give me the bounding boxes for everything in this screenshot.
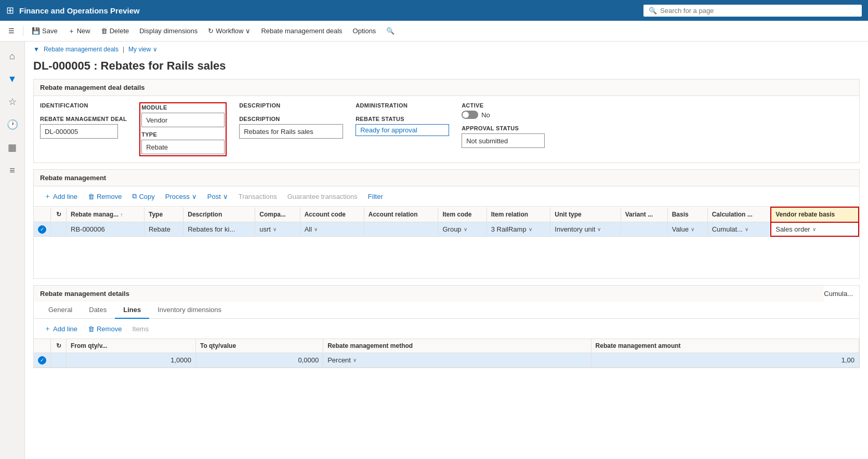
copy-icon: ⧉ xyxy=(132,192,137,200)
col-account-code-header: Account code xyxy=(300,207,364,222)
breadcrumb-link[interactable]: Rebate management deals xyxy=(44,46,119,53)
unit-type-dropdown-icon[interactable]: ∨ xyxy=(597,226,601,232)
new-button[interactable]: ＋ New xyxy=(64,24,95,38)
lines-col-amount-header: Rebate management amount xyxy=(591,339,859,353)
lines-grid-container: ↻ From qty/v... To qty/value Rebate mana… xyxy=(34,339,859,368)
transactions-button[interactable]: Transactions xyxy=(234,191,281,203)
identification-header: IDENTIFICATION xyxy=(40,102,127,109)
rebate-status-label: Rebate status xyxy=(356,116,449,122)
module-group: Module xyxy=(141,104,225,127)
rebate-management-deals-button[interactable]: Rebate management deals xyxy=(257,25,346,37)
toggle-thumb xyxy=(463,112,469,118)
item-code-dropdown-icon[interactable]: ∨ xyxy=(464,226,467,232)
process-chevron-icon: ∨ xyxy=(192,193,197,200)
table-row[interactable]: ✓ RB-000006 Rebate Rebates for ki... usr… xyxy=(34,222,859,237)
post-chevron-icon: ∨ xyxy=(223,193,228,200)
type-label: Type xyxy=(141,131,225,138)
col-variant-header: Variant ... xyxy=(621,207,667,222)
calculation-dropdown-icon[interactable]: ∨ xyxy=(745,226,748,232)
rebate-management-grid-container: ↻ Rebate manag... ↑ Type Description Com… xyxy=(34,207,859,237)
display-dimensions-button[interactable]: Display dimensions xyxy=(135,25,202,37)
row-select[interactable]: ✓ xyxy=(34,222,51,237)
search-box[interactable]: 🔍 xyxy=(643,5,862,17)
lines-row-refresh xyxy=(51,353,67,368)
lines-row-method: Percent ∨ xyxy=(323,353,591,368)
breadcrumb-filter-icon[interactable]: ▼ xyxy=(33,46,40,53)
options-button[interactable]: Options xyxy=(349,25,380,37)
row-vendor-rebate-basis: Sales order ∨ xyxy=(771,222,859,237)
add-line-button[interactable]: ＋ Add line xyxy=(40,190,82,203)
workflow-icon: ↻ xyxy=(208,27,214,35)
main-toolbar: ☰ 💾 Save ＋ New 🗑 Delete Display dimensio… xyxy=(0,21,868,42)
search-toolbar-button[interactable]: 🔍 xyxy=(382,25,399,37)
col-unit-type-header: Unit type xyxy=(550,207,621,222)
account-code-dropdown-icon[interactable]: ∨ xyxy=(314,226,318,232)
tab-dates[interactable]: Dates xyxy=(81,302,115,319)
method-dropdown-icon[interactable]: ∨ xyxy=(353,357,357,363)
sidebar-calendar-icon[interactable]: ▦ xyxy=(2,137,23,158)
grid-empty-space xyxy=(34,237,859,278)
lines-row-from-qty: 1,0000 xyxy=(67,353,196,368)
deal-details-title: Rebate management deal details xyxy=(34,79,859,96)
lines-col-method-header: Rebate management method xyxy=(323,339,591,353)
vendor-rebate-dropdown-icon[interactable]: ∨ xyxy=(812,226,816,232)
hamburger-button[interactable]: ☰ xyxy=(4,25,19,37)
module-input[interactable] xyxy=(141,113,225,127)
copy-button[interactable]: ⧉ Copy xyxy=(128,190,159,203)
description-group: Description xyxy=(239,116,343,139)
lines-table-row[interactable]: ✓ 1,0000 0,0000 Percent ∨ 1,00 xyxy=(34,353,859,368)
deal-details-section: Rebate management deal details IDENTIFIC… xyxy=(33,79,860,163)
col-account-relation-header: Account relation xyxy=(364,207,438,222)
post-button[interactable]: Post ∨ xyxy=(203,191,232,203)
sidebar-home-icon[interactable]: ⌂ xyxy=(2,46,23,66)
col-description-header: Description xyxy=(183,207,255,222)
workflow-button[interactable]: ↻ Workflow ∨ xyxy=(204,25,255,37)
row-account-relation xyxy=(364,222,438,237)
tab-inventory-dimensions[interactable]: Inventory dimensions xyxy=(149,302,230,319)
description-input[interactable] xyxy=(239,124,343,139)
sidebar-star-icon[interactable]: ☆ xyxy=(2,91,23,112)
delete-button[interactable]: 🗑 Delete xyxy=(97,25,134,37)
type-input[interactable] xyxy=(141,140,225,154)
filter-button[interactable]: Filter xyxy=(364,191,387,203)
breadcrumb-view[interactable]: My view ∨ xyxy=(128,46,157,53)
rebate-management-deal-input[interactable] xyxy=(40,124,118,139)
lines-toolbar: ＋ Add line 🗑 Remove Items xyxy=(34,319,859,339)
active-toggle[interactable] xyxy=(462,111,478,119)
guarantee-transactions-button[interactable]: Guarantee transactions xyxy=(283,191,362,203)
rebate-status-badge[interactable]: Ready for approval xyxy=(356,124,449,136)
company-dropdown-icon[interactable]: ∨ xyxy=(273,226,277,232)
top-bar: ⊞ Finance and Operations Preview 🔍 xyxy=(0,0,868,21)
app-title: Finance and Operations Preview xyxy=(19,6,638,15)
approval-status-input[interactable] xyxy=(462,133,545,148)
rebate-management-deal-label: Rebate management deal xyxy=(40,116,127,122)
save-button[interactable]: 💾 Save xyxy=(28,25,62,37)
sidebar-list-icon[interactable]: ≡ xyxy=(2,160,23,181)
col-rebate-manage-header: Rebate manag... ↑ xyxy=(67,207,144,222)
item-relation-dropdown-icon[interactable]: ∨ xyxy=(529,226,532,232)
lines-row-select[interactable]: ✓ xyxy=(34,353,51,368)
col-basis-header: Basis xyxy=(667,207,707,222)
approval-status-group: Approval status xyxy=(462,125,545,148)
sidebar-filter-icon[interactable]: ▼ xyxy=(2,69,23,89)
rebate-details-section: Rebate management details Cumula... Gene… xyxy=(33,285,860,368)
tab-lines[interactable]: Lines xyxy=(115,302,149,319)
sidebar-clock-icon[interactable]: 🕐 xyxy=(2,114,23,135)
tab-general[interactable]: General xyxy=(40,302,81,319)
lines-add-line-button[interactable]: ＋ Add line xyxy=(40,322,82,335)
row-rebate-manage-id: RB-000006 xyxy=(67,222,144,237)
basis-dropdown-icon[interactable]: ∨ xyxy=(691,226,694,232)
lines-remove-button[interactable]: 🗑 Remove xyxy=(84,323,126,335)
lines-items-button[interactable]: Items xyxy=(128,323,153,335)
rebate-status-group: Rebate status Ready for approval xyxy=(356,116,449,136)
search-input[interactable] xyxy=(660,7,857,15)
row-item-code: Group ∨ xyxy=(438,222,486,237)
main-layout: ⌂ ▼ ☆ 🕐 ▦ ≡ ▼ Rebate management deals | … xyxy=(0,42,868,459)
col-refresh-header: ↻ xyxy=(51,207,67,222)
remove-button[interactable]: 🗑 Remove xyxy=(84,191,126,203)
lines-col-select-header xyxy=(34,339,51,353)
workflow-chevron-icon: ∨ xyxy=(245,27,251,35)
process-button[interactable]: Process ∨ xyxy=(161,191,201,203)
grid-icon[interactable]: ⊞ xyxy=(6,5,14,16)
lines-row-check-selected: ✓ xyxy=(38,356,46,365)
